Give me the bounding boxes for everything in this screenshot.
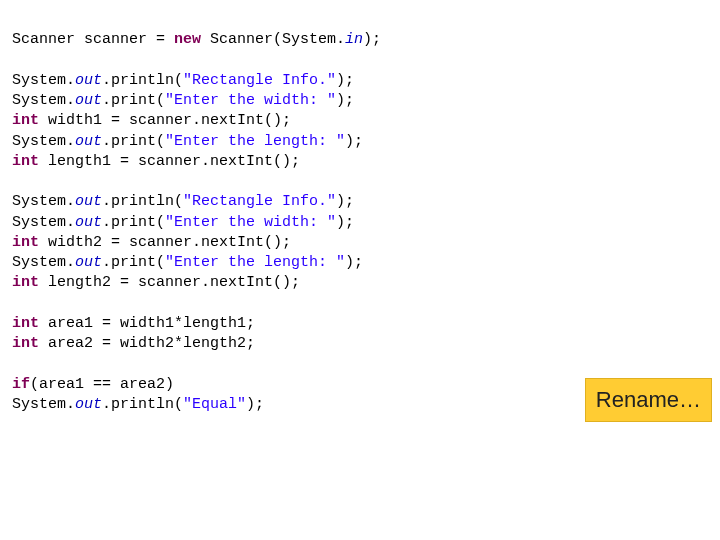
code-line: int width1 = scanner.nextInt(); — [12, 112, 291, 129]
code-line: System.out.println("Rectangle Info."); — [12, 72, 354, 89]
code-line: int area2 = width2*length2; — [12, 335, 255, 352]
code-line: Scanner scanner = new Scanner(System.in)… — [12, 31, 381, 48]
code-line: System.out.println("Equal"); — [12, 396, 264, 413]
code-line: System.out.print("Enter the width: "); — [12, 92, 354, 109]
code-line: System.out.print("Enter the length: "); — [12, 133, 363, 150]
code-line: int length2 = scanner.nextInt(); — [12, 274, 300, 291]
code-line: int length1 = scanner.nextInt(); — [12, 153, 300, 170]
rename-callout: Rename… — [585, 378, 712, 422]
callout-label: Rename… — [596, 387, 701, 412]
code-line: System.out.print("Enter the width: "); — [12, 214, 354, 231]
code-line: System.out.println("Rectangle Info."); — [12, 193, 354, 210]
code-line: if(area1 == area2) — [12, 376, 174, 393]
code-block: Scanner scanner = new Scanner(System.in)… — [12, 10, 708, 415]
code-line: System.out.print("Enter the length: "); — [12, 254, 363, 271]
code-line: int area1 = width1*length1; — [12, 315, 255, 332]
slide: Scanner scanner = new Scanner(System.in)… — [0, 0, 720, 540]
code-line: int width2 = scanner.nextInt(); — [12, 234, 291, 251]
